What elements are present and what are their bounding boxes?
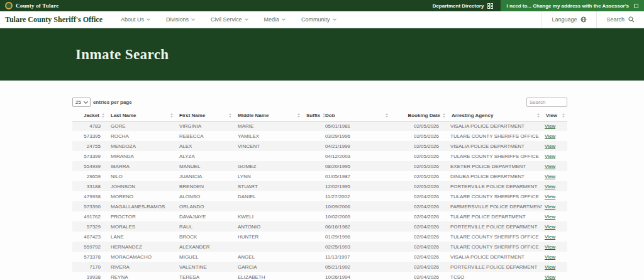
nav-item-divisions[interactable]: Divisions [158,11,203,28]
table-controls: 25 entries per page [72,98,567,107]
view-link[interactable]: View [545,154,555,159]
chevron-down-icon [245,17,248,21]
cell-first: REBECCA [175,131,234,141]
cell-view: View [542,272,567,280]
cell-first: RAUL [175,221,234,232]
column-header-view[interactable]: View [542,111,567,121]
cell-dob: 08/20/1995 [321,161,391,171]
inmate-table-body: 4783GOREVIRGINIAMARIE05/01/198102/05/202… [72,121,567,280]
column-label: Dob [325,113,335,118]
nav-item-about-us[interactable]: About Us [113,11,158,28]
view-link[interactable]: View [545,123,555,129]
view-link[interactable]: View [545,244,555,250]
table-row: 573390MAGALLANES-RAMOSORLANDO10/09/20060… [72,201,567,211]
view-link[interactable]: View [545,214,555,220]
ticker-text: I need to... Change my address with the … [506,3,629,9]
column-header-arresting-agency[interactable]: Arresting Agency [448,111,542,121]
table-row: 573378MORACAMACHOMIGUELANGEL11/13/199702… [72,252,567,262]
view-link[interactable]: View [545,204,555,210]
view-link[interactable]: View [545,194,555,199]
column-header-booking-date[interactable]: Booking Date [391,111,448,121]
view-link[interactable]: View [545,133,555,139]
cell-jacket: 467423 [72,232,107,242]
cell-suffix [303,262,321,272]
column-header-first-name[interactable]: First Name [175,111,234,121]
cell-jacket: 4783 [72,121,107,131]
cell-view: View [542,121,567,131]
cell-last: JOHNSON [107,181,175,191]
column-label: Jacket [84,113,99,118]
cell-booking: 02/04/2026 [391,252,448,262]
cell-agency: TULARE COUNTY SHERIFFS OFFICE [448,232,542,242]
cell-booking: 02/04/2026 [391,211,448,221]
view-link[interactable]: View [545,164,555,169]
cell-last: RIVERA [107,262,175,272]
cell-agency: DINUBA POLICE DEPARTMENT [448,171,542,181]
table-row: 7170RIVERAVALENTINEGARCIA05/21/199202/04… [72,262,567,272]
cell-booking: 02/04/2026 [391,272,448,280]
column-header-last-name[interactable]: Last Name [107,111,175,121]
cell-agency: TCSO [448,272,542,280]
cell-middle: GOMEZ [234,161,303,171]
cell-dob: 01/29/1996 [321,232,391,242]
entries-per-page-select[interactable]: 25 [72,98,91,107]
column-header-jacket[interactable]: Jacket [72,111,107,121]
i-need-to-ticker[interactable]: I need to... Change my address with the … [501,0,644,11]
cell-last: NILO [107,171,175,181]
cell-dob: 05/21/1992 [321,262,391,272]
site-search-button[interactable]: Search [596,11,644,28]
cell-first: BRENDEN [175,181,234,191]
site-title[interactable]: Tulare County Sheriff's Office [0,11,103,28]
hero-banner: Inmate Search [0,28,644,81]
table-row: 29659NILOJUANICIALYNN01/05/198702/05/202… [72,171,567,181]
view-link[interactable]: View [545,143,555,149]
language-button[interactable]: Language [541,11,596,28]
table-row: 24755MENDOZAALEXVINCENT04/21/199902/05/2… [72,141,567,151]
cell-first: ALONSO [175,191,234,201]
department-directory-link[interactable]: Department Directory [425,0,501,11]
cell-middle: HUNTER [234,232,303,242]
site-header: Tulare County Sheriff's Office About Us … [0,11,644,28]
cell-dob: 04/21/1999 [321,141,391,151]
cell-agency: TULARE COUNTY SHERIFFS OFFICE [448,131,542,141]
table-row: 573399MIRANDAALYZA04/12/200302/05/2026TU… [72,151,567,161]
stop-icon[interactable] [634,4,638,8]
view-link[interactable]: View [545,234,555,240]
cell-middle: LYNN [234,171,303,181]
cell-first: MIGUEL [175,252,234,262]
view-link[interactable]: View [545,184,555,189]
nav-item-community[interactable]: Community [293,11,344,28]
table-row: 554939IBARRAMANUELGOMEZ08/20/199502/05/2… [72,161,567,171]
cell-booking: 02/05/2026 [391,131,448,141]
cell-first: TERESA [175,272,234,280]
chevron-down-icon [84,99,88,104]
cell-first: ALEXANDER [175,242,234,252]
column-header-suffix[interactable]: Suffix [303,111,321,121]
entries-per-page-label: entries per page [93,99,132,105]
view-link[interactable]: View [545,274,555,280]
county-brand[interactable]: County of Tulare [0,2,59,9]
view-link[interactable]: View [545,264,555,270]
view-link[interactable]: View [545,174,555,179]
cell-booking: 02/04/2026 [391,242,448,252]
view-link[interactable]: View [545,254,555,260]
cell-jacket: 573390 [72,201,107,211]
nav-item-civil-service[interactable]: Civil Service [203,11,256,28]
nav-item-media[interactable]: Media [256,11,294,28]
nav-label: Divisions [166,16,189,23]
cell-first: ALEX [175,141,234,151]
table-search-input[interactable] [526,98,567,107]
cell-dob: 03/29/1996 [321,131,391,141]
cell-suffix [303,141,321,151]
column-label: Suffix [306,113,320,118]
cell-suffix [303,131,321,141]
cell-suffix [303,211,321,221]
table-row: 467423LANEBROCKHUNTER01/29/199602/04/202… [72,232,567,242]
sort-icon [562,113,565,118]
view-link[interactable]: View [545,224,555,230]
column-header-middle-name[interactable]: Middle Name [234,111,303,121]
column-header-dob[interactable]: Dob [321,111,391,121]
cell-jacket: 479938 [72,191,107,201]
cell-jacket: 573399 [72,151,107,161]
cell-suffix [303,272,321,280]
